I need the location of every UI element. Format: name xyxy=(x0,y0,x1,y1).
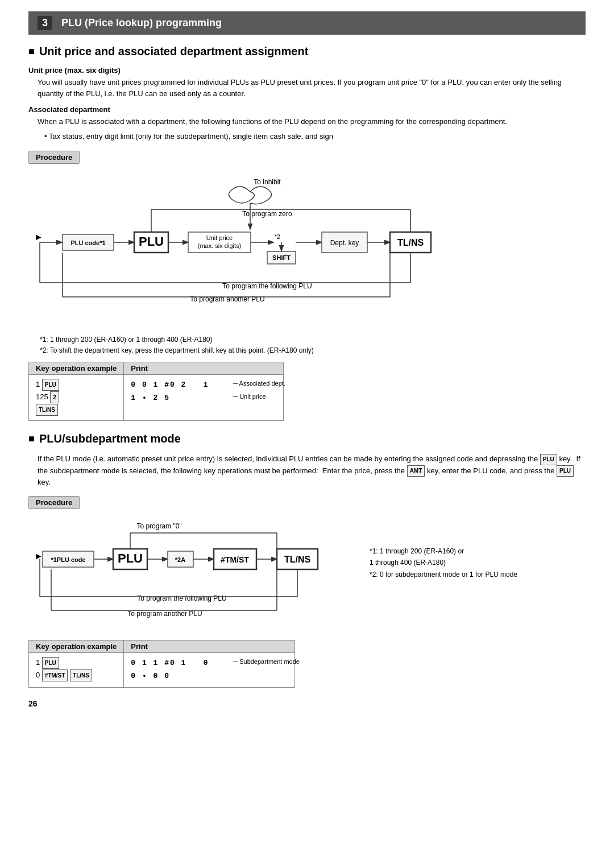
flowchart-diagram-2: To program "0" ► *1PLU code PLU xyxy=(28,518,358,632)
subsection-unit-price: Unit price and associated department ass… xyxy=(28,45,586,421)
kop-right-body-1: 0 0 1 #0 2 1 ─ Associated dept. 1 • 2 5 … xyxy=(124,375,283,409)
subheading-assoc-dept: Associated department xyxy=(28,105,586,114)
svg-text:To program another PLU: To program another PLU xyxy=(127,610,202,618)
svg-text:Unit price: Unit price xyxy=(206,234,233,241)
svg-text:TL/NS: TL/NS xyxy=(397,238,424,247)
svg-text:PLU: PLU xyxy=(139,234,164,249)
kop-right-2: Print 0 1 1 #0 1 0 ─ Subdepartment mode … xyxy=(124,640,294,688)
svg-text:SHIFT: SHIFT xyxy=(272,254,291,261)
svg-text:To program the following PLU: To program the following PLU xyxy=(222,282,312,290)
label-subdept-mode: ─ Subdepartment mode xyxy=(233,656,300,667)
svg-text:To program "0": To program "0" xyxy=(136,522,181,530)
svg-text:#TM/ST: #TM/ST xyxy=(221,555,249,564)
diagram-2-left: To program "0" ► *1PLU code PLU xyxy=(28,518,358,632)
svg-text:To program the following PLU: To program the following PLU xyxy=(137,594,226,602)
kop-right-header-2: Print xyxy=(124,640,294,653)
kop-right-1: Print 0 0 1 #0 2 1 ─ Associated dept. 1 … xyxy=(124,362,283,421)
procedure-box-1: Procedure xyxy=(28,151,80,164)
kop-table-1: Key operation example 1 PLU 125 2 TL/NS … xyxy=(28,362,586,421)
svg-text:►: ► xyxy=(34,232,43,242)
notes-diagram-1: *1: 1 through 200 (ER-A160) or 1 through… xyxy=(40,334,586,356)
subheading-unit-price: Unit price (max. six digits) xyxy=(28,66,586,75)
inline-plu-key2: PLU xyxy=(557,465,574,477)
svg-text:PLU code*1: PLU code*1 xyxy=(70,239,105,246)
subsection-title-unit-price: Unit price and associated department ass… xyxy=(28,45,586,58)
bullet-assoc-dept: • Tax status, entry digit limit (only fo… xyxy=(28,131,586,142)
svg-text:To program zero: To program zero xyxy=(242,210,292,218)
page-content: 3 PLU (Price lookup) programming Unit pr… xyxy=(0,0,614,725)
kop-left-2: Key operation example 1 PLU 0 #TM/ST TL/… xyxy=(28,640,124,688)
print-line-3: 0 1 1 #0 1 0 xyxy=(131,659,209,667)
diagram-2-notes: *1: 1 through 200 (ER-A160) or 1 through… xyxy=(370,545,586,580)
subsection-plu-subdept: PLU/subdepartment mode If the PLU mode (… xyxy=(28,432,586,688)
section-number: 3 xyxy=(38,16,52,30)
body-text-assoc-dept: When a PLU is associated with a departme… xyxy=(28,116,586,127)
plu-key-2: PLU xyxy=(42,657,59,669)
svg-text:►: ► xyxy=(34,551,43,561)
procedure-diagram-2: Procedure To program "0" ► xyxy=(28,496,586,688)
tmst-key: #TM/ST xyxy=(42,669,68,681)
svg-text:*2: *2 xyxy=(275,234,280,240)
inline-amt-key: AMT xyxy=(407,465,425,477)
kop-left-body-1: 1 PLU 125 2 TL/NS xyxy=(29,375,123,420)
section-title: PLU (Price lookup) programming xyxy=(61,17,222,29)
note2-2: 1 through 400 (ER-A180) xyxy=(370,557,586,568)
kop-left-body-2: 1 PLU 0 #TM/ST TL/NS xyxy=(29,653,123,686)
tlns-key-2: TL/NS xyxy=(70,669,92,681)
kop-right-body-2: 0 1 1 #0 1 0 ─ Subdepartment mode 0 • 0 … xyxy=(124,653,294,687)
svg-text:(max. six digits): (max. six digits) xyxy=(198,242,241,249)
note-2: *2: To shift the department key, press t… xyxy=(40,345,586,356)
subsection-title-plu-subdept: PLU/subdepartment mode xyxy=(28,432,586,445)
label-assoc-dept: ─ Associated dept. xyxy=(233,378,285,389)
print-line-4: 0 • 0 0 xyxy=(131,672,170,680)
body-text-plu-subdept: If the PLU mode (i.e. automatic preset u… xyxy=(28,453,586,488)
svg-text:To program another PLU: To program another PLU xyxy=(190,295,264,303)
page-number: 26 xyxy=(28,699,586,708)
svg-text:*2A: *2A xyxy=(175,556,185,563)
inline-plu-key: PLU xyxy=(540,454,557,465)
plu-key: PLU xyxy=(42,379,59,391)
note-1: *1: 1 through 200 (ER-A160) or 1 through… xyxy=(40,334,586,345)
label-unit-price: ─ Unit price xyxy=(233,391,265,402)
flowchart-diagram-1: To inhibit To program zero PLU code*1 xyxy=(28,172,540,331)
svg-text:To inhibit: To inhibit xyxy=(254,178,281,186)
svg-text:*1PLU code: *1PLU code xyxy=(51,556,85,563)
print-line-2: 1 • 2 5 xyxy=(131,394,170,402)
svg-text:PLU: PLU xyxy=(118,551,143,565)
kop-right-header-1: Print xyxy=(124,362,283,375)
note2-3: *2: 0 for subdepartment mode or 1 for PL… xyxy=(370,569,586,580)
tlns-key: TL/NS xyxy=(36,404,58,416)
section-header: 3 PLU (Price lookup) programming xyxy=(28,11,586,35)
body-text-unit-price: You will usually have unit prices progra… xyxy=(28,77,586,100)
print-line-1: 0 0 1 #0 2 1 xyxy=(131,381,209,389)
svg-text:TL/NS: TL/NS xyxy=(284,555,311,564)
kop-left-1: Key operation example 1 PLU 125 2 TL/NS xyxy=(28,362,124,421)
kop-table-2: Key operation example 1 PLU 0 #TM/ST TL/… xyxy=(28,640,586,688)
key-2: 2 xyxy=(50,391,59,403)
kop-left-header-1: Key operation example xyxy=(29,362,123,375)
procedure-diagram-1: Procedure To inhibit To program zero PLU… xyxy=(28,151,586,421)
procedure-box-2: Procedure xyxy=(28,496,80,509)
kop-left-header-2: Key operation example xyxy=(29,640,123,653)
note2-1: *1: 1 through 200 (ER-A160) or xyxy=(370,545,586,557)
svg-text:Dept. key: Dept. key xyxy=(330,239,359,247)
